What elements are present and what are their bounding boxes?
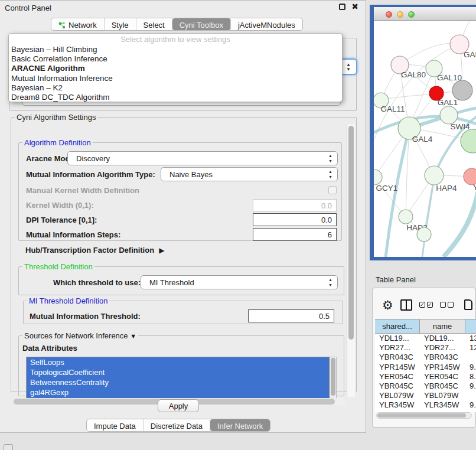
network-node-swi4[interactable] — [440, 106, 458, 124]
table-cell: YDL19... — [375, 334, 420, 343]
node-label: GAL7 — [464, 50, 476, 59]
tab-infer-network-label: Infer Network — [217, 422, 263, 431]
table-row[interactable]: YDL19...YDL19...13 — [375, 334, 476, 343]
mi-type-label: Mutual Information Algorithm Type: — [26, 170, 155, 179]
export-table-icon[interactable] — [464, 299, 472, 310]
table-row[interactable]: YBR043CYBR043C — [375, 353, 476, 362]
table-row[interactable]: YLR345WYLR345W9. — [375, 400, 476, 410]
float-window-icon[interactable] — [339, 4, 345, 10]
network-edge[interactable] — [381, 93, 436, 100]
algorithm-option[interactable]: Mutual Information Inference — [9, 74, 342, 83]
table-row[interactable]: YBL079WYBL079W — [375, 391, 476, 400]
tab-cyni-toolbox[interactable]: Cyni Toolbox — [172, 18, 231, 30]
sources-title[interactable]: Sources for Network Inference ▼ — [22, 331, 138, 340]
sources-title-label: Sources for Network Inference — [24, 331, 128, 340]
combo-stepper-icon: ▲▼ — [328, 169, 332, 180]
tab-style[interactable]: Style — [105, 18, 136, 30]
tab-discretize-data[interactable]: Discretize Data — [144, 419, 210, 431]
tab-select[interactable]: Select — [136, 18, 172, 30]
manual-kernel-checkbox[interactable] — [328, 186, 337, 194]
node-label: GCY1 — [376, 184, 398, 193]
attribute-list-item[interactable]: TopologicalCoefficient — [27, 367, 329, 377]
table-rows: YDL19...YDL19...13YDR27...YDR27...12YBR0… — [375, 334, 476, 412]
table-row[interactable]: YER054CYER054C8. — [375, 372, 476, 381]
table-row[interactable]: YDR27...YDR27...12 — [375, 343, 476, 353]
algorithm-option[interactable]: Basic Correlation Inference — [9, 54, 342, 64]
aracne-mode-combobox[interactable]: Discovery ▲▼ — [67, 151, 338, 165]
mi-type-combobox[interactable]: Naive Bayes ▲▼ — [161, 167, 338, 181]
table-horizontal-scrollbar[interactable] — [376, 412, 472, 419]
network-window-titlebar[interactable] — [374, 7, 476, 21]
network-node-hap2[interactable] — [399, 210, 413, 224]
network-edge[interactable] — [422, 176, 435, 257]
tab-impute-data[interactable]: Impute Data — [87, 419, 144, 431]
tab-network[interactable]: Network — [51, 18, 105, 30]
algorithm-option[interactable]: Bayesian – K2 — [9, 83, 342, 93]
mi-threshold-label: Mutual Information Threshold: — [30, 312, 141, 321]
scrollbar-thumb[interactable] — [348, 126, 354, 340]
hub-definition-label: Hub/Transcription Factor Definition — [25, 246, 154, 255]
hub-definition-expander[interactable]: Hub/Transcription Factor Definition▶ — [25, 246, 164, 255]
threshold-definition-group: Threshold Definition Which threshold to … — [18, 262, 344, 295]
network-node[interactable] — [461, 129, 476, 153]
checked-checkbox-icon: ✓ — [419, 302, 425, 308]
close-traffic-light[interactable] — [386, 11, 392, 18]
network-node[interactable] — [417, 227, 431, 242]
mi-steps-field[interactable]: 6 — [253, 228, 337, 241]
attribute-list-item[interactable]: SelfLoops — [27, 357, 329, 367]
column-header[interactable]: shared... — [375, 319, 420, 333]
attributes-scrollbar[interactable] — [330, 357, 337, 399]
data-attributes-list[interactable]: SelfLoopsTopologicalCoefficientBetweenne… — [26, 357, 330, 399]
minimize-traffic-light[interactable] — [397, 11, 403, 18]
table-cell: 9. — [465, 400, 476, 410]
column-header[interactable]: name — [420, 319, 465, 333]
network-canvas[interactable]: GAL7GAL80GAL10GAL1GAL11SWI4GAL4GCY1HAP4Y… — [374, 21, 476, 257]
scrollbar-thumb[interactable] — [331, 358, 335, 396]
network-node[interactable] — [452, 80, 472, 100]
control-panel-title: Control Panel — [5, 4, 51, 12]
close-icon[interactable]: ✖ — [351, 2, 358, 11]
kernel-width-field[interactable]: 0.0 — [253, 199, 337, 212]
which-threshold-combobox[interactable]: MI Threshold ▲▼ — [141, 275, 338, 289]
network-view-window: GAL7GAL80GAL10GAL1GAL11SWI4GAL4GCY1HAP4Y… — [370, 5, 476, 260]
algorithm-option[interactable]: ARACNE Algorithm — [9, 64, 342, 73]
apply-button[interactable]: Apply — [158, 399, 199, 412]
table-panel-title: Table Panel — [376, 275, 416, 284]
table-row[interactable]: YBR045CYBR045C9. — [375, 381, 476, 391]
deselect-all-icon[interactable] — [440, 302, 454, 308]
combo-stepper-icon: ▲▼ — [328, 153, 332, 164]
algorithm-option[interactable]: Dream8 DC_TDC Algorithm — [9, 93, 342, 102]
attribute-list-item[interactable]: gal4RGexp — [27, 387, 329, 397]
mi-steps-label: Mutual Information Steps: — [26, 230, 120, 239]
mi-threshold-field[interactable]: 0.5 — [248, 309, 334, 322]
gear-icon[interactable]: ⚙ — [382, 299, 393, 311]
network-edge[interactable] — [386, 128, 409, 257]
table-cell: YBR043C — [375, 353, 420, 362]
dpi-tolerance-field[interactable]: 0.0 — [253, 213, 337, 226]
attribute-list-item[interactable]: BetweennessCentrality — [27, 377, 329, 387]
table-cell: YBR045C — [420, 381, 465, 391]
select-all-icon[interactable]: ✓✓ — [419, 302, 433, 308]
scrollbar-thumb[interactable] — [377, 413, 466, 418]
table-panel: ⚙ ✓✓ shared...name YDL19...YDL19...13YDR… — [372, 288, 476, 428]
node-label: Y — [473, 183, 476, 192]
unchecked-checkbox-icon — [448, 302, 454, 308]
minimized-panel-icon[interactable] — [4, 444, 13, 450]
network-node-hap4[interactable] — [425, 166, 444, 185]
tab-impute-data-label: Impute Data — [94, 422, 136, 431]
algorithm-option[interactable]: Bayesian – Hill Climbing — [9, 45, 342, 54]
network-node-gcy1[interactable] — [374, 169, 382, 185]
network-edge[interactable] — [444, 184, 476, 257]
settings-vertical-scrollbar[interactable] — [347, 124, 355, 397]
column-header[interactable] — [465, 319, 476, 333]
tab-infer-network[interactable]: Infer Network — [210, 419, 270, 431]
table-cell: YDR27... — [375, 343, 420, 353]
table-cell: 12 — [465, 343, 476, 353]
table-row[interactable]: YPR145WYPR145W9. — [375, 363, 476, 372]
zoom-traffic-light[interactable] — [408, 11, 415, 18]
tab-jactivemnodules[interactable]: jActiveMNodules — [231, 18, 302, 30]
network-node-y[interactable] — [464, 168, 476, 185]
split-columns-icon[interactable] — [400, 299, 412, 311]
table-cell: YBL079W — [420, 391, 465, 400]
table-header-row: shared...name — [375, 319, 476, 334]
